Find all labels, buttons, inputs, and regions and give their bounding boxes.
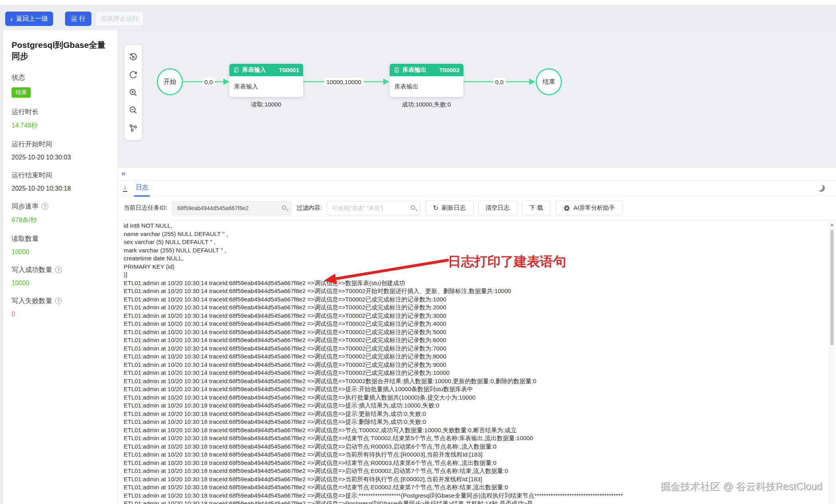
filter-input[interactable] [332, 205, 406, 211]
zoom-in-icon[interactable] [128, 87, 138, 98]
log-line: ETL01:admin at 10/20 10:30:14 traceId:68… [124, 303, 828, 312]
table-output-stat: 成功:10000,失败:0 [402, 101, 451, 108]
clear-log-button[interactable]: 清空日志 [478, 201, 517, 215]
download-log-button[interactable]: 下 载 [522, 201, 551, 215]
stop-button[interactable]: 尝试停止运行 [96, 12, 144, 26]
node-id: T00002 [439, 67, 459, 73]
log-line: ETL01:admin at 10/20 10:30:14 traceId:68… [124, 279, 828, 287]
stat-label: 运行结束时间 [12, 171, 110, 180]
dark-mode-moon-icon[interactable] [818, 185, 825, 192]
edge-count-label: 0,0 [203, 78, 215, 86]
stat-label: 写入成功数量? [12, 265, 110, 274]
stat-value: 2025-10-20 10:30:03 [12, 154, 110, 161]
table-output-node[interactable]: 库表输出 T00002 库表输出 [390, 64, 463, 97]
back-button[interactable]: ‹ 返回上一级 [5, 12, 53, 26]
log-line: ETL01:admin at 10/20 10:30:14 traceId:68… [124, 377, 828, 386]
log-line: ETL01:admin at 10/20 10:30:18 traceId:68… [124, 410, 828, 418]
task-id-input-wrap [172, 201, 292, 215]
edge-count-label: 0,0 [493, 78, 506, 86]
log-line: ETL01:admin at 10/20 10:30:18 traceId:68… [124, 434, 828, 443]
log-line: ETL01:admin at 10/20 10:30:14 traceId:68… [124, 336, 828, 345]
sidebar-stat-group: 读取数量10000 [12, 234, 110, 256]
history-reset-icon[interactable] [128, 52, 138, 62]
canvas-toolbar [124, 45, 142, 140]
collapse-panel-icon[interactable]: « [121, 169, 126, 178]
back-button-label: 返回上一级 [16, 15, 48, 23]
refresh-icon: ↻ [433, 205, 438, 211]
log-line: name varchar (255) NULL DEFAULT '' , [124, 230, 828, 238]
log-line: ETL01:admin at 10/20 10:30:14 traceId:68… [124, 345, 828, 353]
ai-analysis-label: AI异常分析助手 [574, 204, 615, 212]
start-node-label: 开始 [164, 78, 176, 86]
log-line: ETL01:admin at 10/20 10:30:18 traceId:68… [124, 443, 828, 451]
log-line: ETL01:admin at 10/20 10:30:18 traceId:68… [124, 459, 828, 467]
search-icon[interactable] [411, 205, 415, 210]
log-line: id int8 NOT NULL, [124, 222, 828, 230]
refresh-icon[interactable] [128, 70, 138, 80]
stat-label: 状态 [12, 73, 110, 82]
filter-input-wrap [327, 201, 420, 215]
zoom-out-icon[interactable] [128, 105, 138, 115]
download-log-icon[interactable]: ↓ [123, 184, 127, 192]
job-info-sidebar: Postgresql到Gbase全量同步 状态结束运行时长14.748秒运行开始… [3, 30, 118, 504]
sidebar-stat-group: 运行时长14.748秒 [12, 107, 110, 130]
log-line: ETL01:admin at 10/20 10:30:14 traceId:68… [124, 361, 828, 369]
tab-log[interactable]: 日志 [134, 183, 150, 197]
end-node[interactable]: 结束 [536, 68, 562, 95]
log-line: ETL01:admin at 10/20 10:30:14 traceId:68… [124, 328, 828, 337]
sidebar-stat-group: 同步速率?678条/秒 [12, 202, 110, 224]
log-panel: « ↓ 日志 当前日志任务ID: 过滤内容: ↻ 刷新日志 清空日志 下 载 A… [118, 168, 836, 504]
flow-edges [118, 30, 836, 168]
end-node-label: 结束 [542, 78, 555, 86]
auto-layout-icon[interactable] [128, 123, 138, 133]
table-input-node-header: 库表输入 T00001 [229, 64, 303, 76]
run-button[interactable]: 运 行 [65, 12, 91, 26]
stat-label: 写入失败数量? [12, 296, 110, 305]
task-id-input[interactable] [177, 205, 278, 211]
log-line: ETL01:admin at 10/20 10:30:18 traceId:68… [124, 451, 828, 459]
table-input-stat: 读取:10000 [251, 101, 281, 108]
log-line: ETL01:admin at 10/20 10:30:18 traceId:68… [124, 402, 828, 410]
stat-value: 2025-10-20 10:30:18 [12, 185, 110, 192]
help-icon[interactable]: ? [41, 203, 48, 210]
log-line: sex varchar (5) NULL DEFAULT '' , [124, 238, 828, 246]
log-line: ETL01:admin at 10/20 10:30:14 traceId:68… [124, 295, 828, 304]
top-toolbar: ‹ 返回上一级 运 行 尝试停止运行 [0, 5, 836, 30]
sidebar-stat-group: 运行结束时间2025-10-20 10:30:18 [12, 171, 110, 192]
search-icon[interactable] [282, 205, 286, 210]
refresh-log-button[interactable]: ↻ 刷新日志 [425, 201, 473, 215]
stat-label: 运行时长 [12, 107, 110, 116]
help-icon[interactable]: ? [55, 266, 62, 273]
log-line: ETL01:admin at 10/20 10:30:18 traceId:68… [124, 467, 828, 475]
stat-value: 678条/秒 [12, 216, 110, 224]
help-icon[interactable]: ? [55, 297, 62, 304]
log-line: ETL01:admin at 10/20 10:30:14 traceId:68… [124, 352, 828, 361]
filter-label: 过滤内容: [296, 204, 322, 212]
sidebar-stat-group: 写入失败数量?0 [12, 296, 110, 318]
log-line: ETL01:admin at 10/20 10:30:14 traceId:68… [124, 394, 828, 402]
flow-canvas[interactable]: 开始 库表输入 T00001 库表输入 读取:10000 库表输出 T00002… [118, 30, 836, 168]
edge-count-label: 10000,10000 [324, 78, 363, 86]
node-body-label: 库表输出 [390, 76, 463, 97]
start-node[interactable]: 开始 [157, 68, 183, 95]
table-output-node-header: 库表输出 T00002 [390, 64, 463, 76]
stat-value: 10000 [12, 248, 110, 256]
sidebar-stat-group: 运行开始时间2025-10-20 10:30:03 [12, 140, 110, 161]
ai-analysis-button[interactable]: AI异常分析助手 [556, 201, 623, 215]
log-scrollbar[interactable] [829, 222, 834, 504]
sidebar-stats: 状态结束运行时长14.748秒运行开始时间2025-10-20 10:30:03… [12, 73, 110, 318]
scrollbar-thumb[interactable] [830, 230, 834, 345]
node-type-label: 库表输入 [242, 66, 266, 74]
log-line: ETL01:admin at 10/20 10:30:14 traceId:68… [124, 369, 828, 377]
node-type-label: 库表输出 [402, 66, 426, 74]
job-title: Postgresql到Gbase全量同步 [12, 39, 110, 62]
stat-label: 读取数量 [12, 234, 110, 243]
stop-button-label: 尝试停止运行 [101, 15, 139, 23]
watermark: 掘金技术社区 @ 谷云科技RestCloud [661, 480, 823, 494]
scroll-up-arrow-icon[interactable] [830, 223, 834, 226]
log-line: ETL01:admin at 10/20 10:30:18 traceId:68… [124, 418, 828, 426]
download-log-label: 下 载 [530, 204, 543, 212]
stat-value: 0 [12, 311, 110, 318]
log-line: ETL01:admin at 10/20 10:30:14 traceId:68… [124, 312, 828, 320]
table-input-node[interactable]: 库表输入 T00001 库表输入 [229, 64, 303, 97]
